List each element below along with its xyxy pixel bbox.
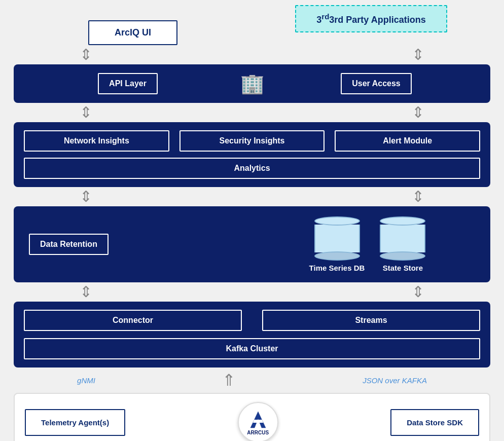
api-row: API Layer 🏢 User Access (24, 72, 480, 95)
arrow-down-4: ⇕ (412, 105, 424, 120)
data-store-label: Data Store SDK (407, 418, 463, 427)
api-layer-panel: API Layer 🏢 User Access (14, 64, 490, 103)
streams-box: Streams (262, 310, 480, 331)
storage-panel: Data Retention Time Series DB St (14, 206, 490, 282)
superscript: rd (321, 12, 329, 21)
third-party-label: 3rd Party Applications (329, 15, 425, 25)
user-access-box: User Access (341, 73, 411, 94)
arrow-down-6: ⇕ (412, 189, 424, 204)
json-kafka-label: JSON over KAFKA (363, 376, 427, 385)
arrow-down-5: ⇕ (80, 189, 92, 204)
arrow-row-2: ⇕ ⇕ (14, 103, 490, 122)
arrow-down-8: ⇕ (412, 284, 424, 300)
time-series-label: Time Series DB (309, 264, 365, 272)
arciq-ui-box: ArcIQ UI (88, 20, 177, 45)
arrcus-logo-svg (245, 410, 271, 430)
insights-panel: Network Insights Security Insights Alert… (14, 122, 490, 187)
protocol-row: gNMI ⇑ JSON over KAFKA (14, 368, 490, 393)
arrow-down-7: ⇕ (80, 284, 92, 300)
arrow-row-3: ⇕ ⇕ (14, 187, 490, 206)
analytics-box: Analytics (24, 158, 480, 179)
bottom-panel: Telemetry Agent(s) ARRCUS Data Store SDK (14, 393, 490, 441)
arrow-row-4: ⇕ ⇕ (14, 282, 490, 302)
alert-module-box: Alert Module (335, 130, 480, 152)
connector-top-row: Connector Streams (24, 310, 480, 331)
time-series-db-cylinder: Time Series DB (309, 216, 365, 272)
telemetry-label: Telemetry Agent(s) (41, 418, 109, 427)
top-row: ArcIQ UI 3rd3rd Party Applications (14, 5, 490, 45)
arrcus-text: ARRCUS (247, 430, 269, 435)
data-store-sdk-box: Data Store SDK (390, 409, 479, 436)
network-insights-box: Network Insights (24, 130, 169, 152)
architecture-diagram: ArcIQ UI 3rd3rd Party Applications ⇕ ⇕ A… (9, 0, 495, 441)
connector-box: Connector (24, 310, 242, 331)
svg-marker-1 (253, 420, 263, 423)
arrow-row-1: ⇕ ⇕ (14, 45, 490, 64)
arrcus-logo: ARRCUS (238, 402, 278, 441)
connector-panel: Connector Streams Kafka Cluster (14, 302, 490, 368)
arrow-down-3: ⇕ (80, 105, 92, 120)
arrow-down-2: ⇕ (412, 47, 424, 62)
gnmi-label: gNMI (77, 376, 95, 385)
insights-top-row: Network Insights Security Insights Alert… (24, 130, 480, 152)
data-retention-box: Data Retention (29, 234, 109, 255)
arrow-up-center: ⇑ (222, 372, 236, 388)
building-icon: 🏢 (240, 72, 264, 95)
api-layer-box: API Layer (98, 73, 158, 94)
security-insights-box: Security Insights (179, 130, 325, 152)
state-store-cylinder: State Store (380, 216, 425, 272)
arrow-down-1: ⇕ (80, 47, 92, 62)
third-party-box: 3rd3rd Party Applications (295, 5, 447, 32)
kafka-cluster-box: Kafka Cluster (24, 338, 480, 359)
telemetry-agent-box: Telemetry Agent(s) (25, 409, 125, 436)
state-store-label: State Store (383, 264, 423, 272)
